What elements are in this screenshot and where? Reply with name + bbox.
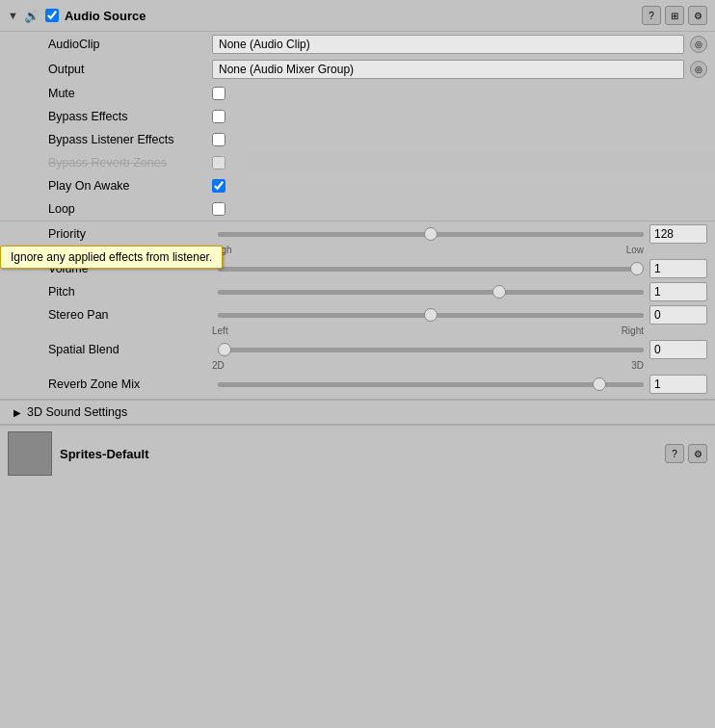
pitch-label: Pitch <box>48 285 212 299</box>
bypass-reverb-row: Bypass Reverb Zones <box>0 151 715 174</box>
bypass-reverb-value <box>212 156 707 169</box>
reverb-zone-mix-row: Reverb Zone Mix <box>0 372 715 395</box>
audioclip-field[interactable] <box>212 35 684 54</box>
bypass-effects-value <box>212 110 707 123</box>
spatial-3d-label: 3D <box>631 360 644 371</box>
inspector-panel: ▼ 🔊 Audio Source ? ⊞ ⚙ AudioClip ◎ Outpu… <box>0 0 715 481</box>
play-on-awake-value <box>212 179 707 193</box>
bottom-component: Sprites-Default ? ⚙ <box>0 425 715 481</box>
sprite-thumbnail <box>8 431 52 476</box>
loop-checkbox[interactable] <box>212 202 225 216</box>
priority-slider[interactable] <box>218 232 644 237</box>
audioclip-value: ◎ <box>212 35 707 54</box>
volume-number[interactable] <box>649 259 707 278</box>
stereo-pan-label: Stereo Pan <box>48 308 212 322</box>
mute-value <box>212 87 707 100</box>
play-on-awake-checkbox[interactable] <box>212 179 225 193</box>
output-target-btn[interactable]: ◎ <box>690 61 707 78</box>
stereo-pan-row: Stereo Pan Left Right <box>0 302 715 337</box>
bypass-effects-label: Bypass Effects <box>48 110 212 123</box>
bypass-listener-label: Bypass Listener Effects <box>48 133 212 146</box>
pitch-row: Pitch <box>0 279 715 302</box>
stereo-pan-number[interactable] <box>649 305 707 325</box>
bypass-effects-checkbox[interactable] <box>212 110 225 123</box>
spatial-blend-number[interactable] <box>649 340 707 359</box>
header-icons: ? ⊞ ⚙ <box>642 6 707 25</box>
component-header: ▼ 🔊 Audio Source ? ⊞ ⚙ <box>0 0 715 32</box>
play-on-awake-row: Play On Awake <box>0 174 715 197</box>
priority-low-label: Low <box>626 245 644 255</box>
audioclip-row: AudioClip ◎ <box>0 32 715 57</box>
bypass-listener-row: Bypass Listener Effects <box>0 128 715 151</box>
layers-icon-button[interactable]: ⊞ <box>665 6 684 25</box>
3d-sound-settings-section[interactable]: ▶ 3D Sound Settings <box>0 400 715 424</box>
pitch-slider[interactable] <box>218 290 644 295</box>
tooltip: Ignore any applied effects from listener… <box>0 246 223 269</box>
output-row: Output ◎ <box>0 57 715 82</box>
loop-value <box>212 202 707 216</box>
bottom-title: Sprites-Default <box>60 447 657 461</box>
spatial-blend-row: Spatial Blend 2D 3D <box>0 337 715 372</box>
reverb-zone-mix-slider[interactable] <box>218 382 644 387</box>
component-enabled-checkbox[interactable] <box>45 9 59 22</box>
bypass-reverb-checkbox[interactable] <box>212 156 225 169</box>
stereo-right-label: Right <box>622 325 644 336</box>
output-label: Output <box>48 63 212 76</box>
reverb-zone-mix-label: Reverb Zone Mix <box>48 377 212 391</box>
bypass-reverb-label: Bypass Reverb Zones <box>48 156 212 169</box>
help-icon-button[interactable]: ? <box>642 6 661 25</box>
spatial-2d-label: 2D <box>212 360 225 371</box>
mute-checkbox[interactable] <box>212 87 225 100</box>
collapse-arrow[interactable]: ▼ <box>8 10 18 21</box>
stereo-pan-slider[interactable] <box>218 313 644 318</box>
output-value: ◎ <box>212 60 707 79</box>
bottom-header-icons: ? ⚙ <box>665 444 707 463</box>
loop-row: Loop <box>0 197 715 221</box>
component-title: Audio Source <box>65 9 636 23</box>
3d-sound-arrow: ▶ <box>13 407 21 418</box>
bypass-listener-checkbox[interactable] <box>212 133 225 146</box>
output-field[interactable] <box>212 60 684 79</box>
priority-label: Priority <box>48 227 212 241</box>
spatial-blend-label: Spatial Blend <box>48 343 212 356</box>
3d-sound-label: 3D Sound Settings <box>27 405 127 419</box>
volume-slider[interactable] <box>218 267 644 272</box>
spatial-blend-slider[interactable] <box>218 348 644 352</box>
speaker-icon: 🔊 <box>24 9 40 23</box>
gear-icon-button[interactable]: ⚙ <box>688 6 707 25</box>
loop-label: Loop <box>48 202 212 216</box>
reverb-zone-mix-number[interactable] <box>649 375 707 394</box>
mute-row: Mute <box>0 82 715 105</box>
audioclip-label: AudioClip <box>48 38 212 51</box>
pitch-number[interactable] <box>649 282 707 301</box>
stereo-left-label: Left <box>212 325 228 336</box>
audioclip-target-btn[interactable]: ◎ <box>690 36 707 53</box>
bypass-effects-row: Bypass Effects <box>0 105 715 128</box>
bypass-listener-value <box>212 133 707 146</box>
bottom-gear-icon-button[interactable]: ⚙ <box>688 444 707 463</box>
play-on-awake-label: Play On Awake <box>48 179 212 193</box>
mute-label: Mute <box>48 87 212 100</box>
bottom-help-icon-button[interactable]: ? <box>665 444 684 463</box>
priority-number[interactable] <box>649 224 707 244</box>
